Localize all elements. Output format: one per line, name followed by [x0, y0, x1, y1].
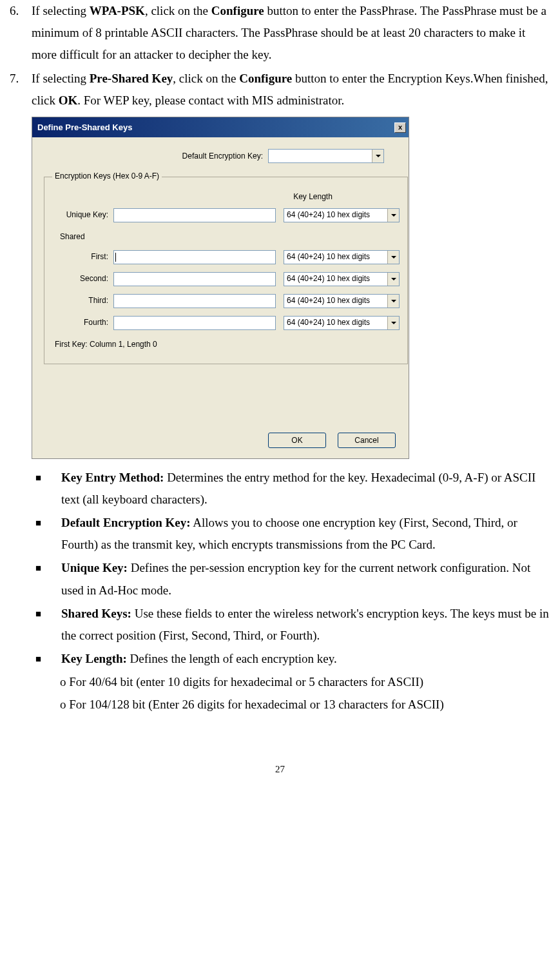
configure-bold: Configure: [211, 4, 264, 17]
bullet-body: Unique Key: Defines the per-session encr…: [61, 557, 550, 601]
default-key-label: Default Encryption Key:: [44, 150, 268, 164]
text-caret: [115, 253, 116, 262]
fieldset-legend: Encryption Keys (Hex 0-9 A-F): [52, 170, 162, 184]
ok-button[interactable]: OK: [268, 433, 326, 448]
square-bullet-icon: ■: [35, 467, 61, 511]
page-number: 27: [10, 761, 550, 778]
unique-key-label: Unique Key:: [52, 208, 113, 222]
second-key-input[interactable]: [113, 272, 276, 286]
default-key-dropdown[interactable]: [268, 149, 384, 163]
dropdown-value: 64 (40+24) 10 hex digits: [284, 316, 387, 330]
fourth-key-row: Fourth: 64 (40+24) 10 hex digits: [52, 316, 400, 330]
titlebar[interactable]: Define Pre-Shared Keys x: [32, 117, 409, 137]
unique-key-row: Unique Key: 64 (40+24) 10 hex digits: [52, 208, 400, 222]
sub-bullet-104128: o For 104/128 bit (Enter 26 digits for h…: [60, 694, 550, 716]
bullet-text: Defines the per-session encryption key f…: [61, 561, 530, 596]
third-key-label: Third:: [52, 294, 113, 308]
bullet-title: Default Encryption Key:: [61, 516, 191, 529]
bullet-text: Defines the length of each encryption ke…: [127, 652, 337, 665]
first-key-label: First:: [52, 250, 113, 264]
list-body: If selecting WPA-PSK, click on the Confi…: [32, 0, 550, 66]
configure-bold: Configure: [239, 72, 292, 85]
list-body: If selecting Pre-Shared Key, click on th…: [32, 68, 550, 112]
chevron-down-icon[interactable]: [372, 150, 383, 162]
bullet-body: Key Length: Defines the length of each e…: [61, 648, 550, 670]
bullet-body: Shared Keys: Use these fields to enter t…: [61, 603, 550, 647]
fourth-keylength-dropdown[interactable]: 64 (40+24) 10 hex digits: [284, 316, 400, 330]
preshared-bold: Pre-Shared Key: [90, 72, 173, 85]
chevron-down-icon[interactable]: [387, 317, 399, 329]
dropdown-value: 64 (40+24) 10 hex digits: [284, 208, 387, 222]
key-status-text: First Key: Column 1, Length 0: [52, 338, 400, 352]
bullet-body: Default Encryption Key: Allows you to ch…: [61, 512, 550, 556]
third-keylength-dropdown[interactable]: 64 (40+24) 10 hex digits: [284, 294, 400, 308]
bullet-body: Key Entry Method: Determines the entry m…: [61, 467, 550, 511]
square-bullet-icon: ■: [35, 557, 61, 601]
encryption-keys-group: Encryption Keys (Hex 0-9 A-F) Key Length…: [44, 170, 408, 364]
second-keylength-dropdown[interactable]: 64 (40+24) 10 hex digits: [284, 272, 400, 286]
chevron-down-icon[interactable]: [387, 273, 399, 286]
fourth-key-label: Fourth:: [52, 316, 113, 330]
sub-bullet-4064: o For 40/64 bit (enter 10 digits for hex…: [60, 671, 550, 693]
dropdown-value: 64 (40+24) 10 hex digits: [284, 272, 387, 286]
chevron-down-icon[interactable]: [387, 251, 399, 264]
list-number: 6.: [10, 0, 32, 66]
list-item-6: 6. If selecting WPA-PSK, click on the Co…: [10, 0, 550, 66]
bullet-shared-keys: ■ Shared Keys: Use these fields to enter…: [35, 603, 550, 647]
keylength-header: Key Length: [52, 190, 400, 204]
dropdown-value: 64 (40+24) 10 hex digits: [284, 250, 387, 264]
dialog-title: Define Pre-Shared Keys: [37, 120, 132, 135]
bullet-key-entry-method: ■ Key Entry Method: Determines the entry…: [35, 467, 550, 511]
bullet-default-encryption-key: ■ Default Encryption Key: Allows you to …: [35, 512, 550, 556]
dropdown-value: 64 (40+24) 10 hex digits: [284, 294, 387, 308]
ok-bold: OK: [59, 93, 78, 107]
close-button[interactable]: x: [394, 122, 406, 133]
bullet-unique-key: ■ Unique Key: Defines the per-session en…: [35, 557, 550, 601]
first-key-input[interactable]: [113, 250, 276, 264]
bullet-text: Use these fields to enter the wireless n…: [61, 607, 549, 642]
third-key-input[interactable]: [113, 294, 276, 308]
define-keys-dialog: Define Pre-Shared Keys x Default Encrypt…: [32, 117, 409, 459]
text: If selecting: [32, 72, 90, 85]
chevron-down-icon[interactable]: [387, 295, 399, 308]
second-key-row: Second: 64 (40+24) 10 hex digits: [52, 272, 400, 286]
default-key-row: Default Encryption Key:: [44, 149, 397, 163]
wpa-psk-bold: WPA-PSK: [90, 4, 145, 17]
second-key-label: Second:: [52, 272, 113, 286]
square-bullet-icon: ■: [35, 603, 61, 647]
chevron-down-icon[interactable]: [387, 209, 399, 222]
bullet-title: Unique Key:: [61, 561, 128, 574]
close-icon: x: [398, 123, 402, 131]
dialog-buttons: OK Cancel: [32, 424, 409, 458]
list-number: 7.: [10, 68, 32, 112]
square-bullet-icon: ■: [35, 512, 61, 556]
list-item-7: 7. If selecting Pre-Shared Key, click on…: [10, 68, 550, 112]
shared-header: Shared: [60, 230, 400, 244]
text: . For WEP key, please contact with MIS a…: [77, 93, 344, 107]
unique-key-input[interactable]: [113, 208, 276, 222]
text: If selecting: [32, 4, 90, 17]
unique-keylength-dropdown[interactable]: 64 (40+24) 10 hex digits: [284, 208, 400, 222]
bullet-key-length: ■ Key Length: Defines the length of each…: [35, 648, 550, 670]
bullet-title: Key Entry Method:: [61, 471, 164, 484]
first-keylength-dropdown[interactable]: 64 (40+24) 10 hex digits: [284, 250, 400, 264]
fourth-key-input[interactable]: [113, 316, 276, 330]
text: , click on the: [145, 4, 211, 17]
first-key-row: First: 64 (40+24) 10 hex digits: [52, 250, 400, 264]
bullet-title: Key Length:: [61, 652, 127, 665]
text: , click on the: [173, 72, 239, 85]
bullet-title: Shared Keys:: [61, 607, 131, 620]
square-bullet-icon: ■: [35, 648, 61, 670]
cancel-button[interactable]: Cancel: [338, 433, 396, 448]
third-key-row: Third: 64 (40+24) 10 hex digits: [52, 294, 400, 308]
dialog-body: Default Encryption Key: Encryption Keys …: [32, 137, 409, 423]
